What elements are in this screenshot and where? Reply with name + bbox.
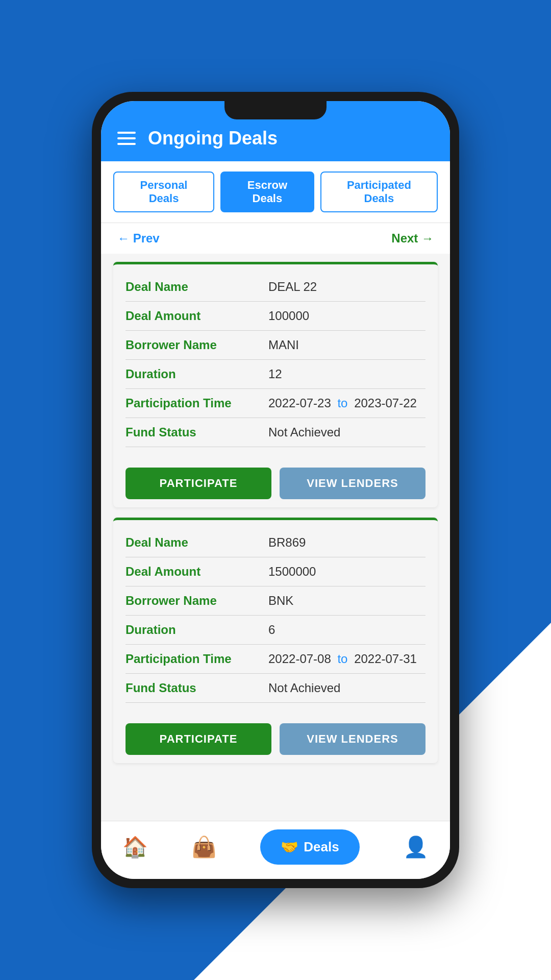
nav-home[interactable]: 🏠 bbox=[122, 835, 148, 859]
deal-card: Deal Name DEAL 22 Deal Amount 100000 Bor… bbox=[113, 262, 438, 507]
participation-start: 2022-07-08 bbox=[268, 652, 331, 666]
fund-status-value: Not Achieved bbox=[268, 425, 340, 439]
deal-name-label: Deal Name bbox=[126, 280, 268, 294]
participation-time-row: Participation Time 2022-07-08 to 2022-07… bbox=[126, 645, 425, 674]
participation-time-value: 2022-07-23 to 2023-07-22 bbox=[268, 396, 417, 410]
deal-name-label: Deal Name bbox=[126, 535, 268, 550]
fund-status-value: Not Achieved bbox=[268, 681, 340, 695]
deal-amount-value: 100000 bbox=[268, 309, 309, 323]
deal-name-row: Deal Name BR869 bbox=[126, 528, 425, 557]
duration-row: Duration 6 bbox=[126, 616, 425, 645]
view-lenders-button[interactable]: VIEW LENDERS bbox=[280, 723, 425, 755]
home-icon: 🏠 bbox=[122, 835, 148, 859]
participation-end: 2023-07-22 bbox=[354, 396, 417, 410]
borrower-name-label: Borrower Name bbox=[126, 594, 268, 608]
participate-button[interactable]: PARTICIPATE bbox=[126, 468, 271, 499]
deal-amount-row: Deal Amount 1500000 bbox=[126, 557, 425, 586]
page-title: Ongoing Deals bbox=[148, 128, 278, 149]
deal-card: Deal Name BR869 Deal Amount 1500000 Borr… bbox=[113, 518, 438, 763]
borrower-name-value: MANI bbox=[268, 338, 299, 352]
duration-label: Duration bbox=[126, 623, 268, 637]
deal-actions: PARTICIPATE VIEW LENDERS bbox=[113, 713, 438, 763]
borrower-name-label: Borrower Name bbox=[126, 338, 268, 352]
deal-amount-label: Deal Amount bbox=[126, 309, 268, 323]
to-text: to bbox=[337, 652, 347, 666]
borrower-name-value: BNK bbox=[268, 594, 293, 608]
tab-bar: Personal Deals Escrow Deals Participated… bbox=[101, 161, 450, 223]
nav-deals-button[interactable]: 🤝 Deals bbox=[260, 829, 359, 865]
menu-icon[interactable] bbox=[117, 132, 136, 145]
deal-name-row: Deal Name DEAL 22 bbox=[126, 273, 425, 302]
deal-actions: PARTICIPATE VIEW LENDERS bbox=[113, 457, 438, 507]
fund-status-label: Fund Status bbox=[126, 681, 268, 695]
deals-list: Deal Name DEAL 22 Deal Amount 100000 Bor… bbox=[101, 254, 450, 821]
pagination: ← Prev Next → bbox=[101, 223, 450, 254]
participation-time-label: Participation Time bbox=[126, 652, 268, 666]
profile-icon: 👤 bbox=[403, 835, 429, 859]
deal-amount-label: Deal Amount bbox=[126, 565, 268, 579]
participation-time-value: 2022-07-08 to 2022-07-31 bbox=[268, 652, 417, 666]
fund-status-label: Fund Status bbox=[126, 425, 268, 439]
participate-button[interactable]: PARTICIPATE bbox=[126, 723, 271, 755]
next-button[interactable]: Next → bbox=[391, 231, 434, 246]
borrower-name-row: Borrower Name MANI bbox=[126, 331, 425, 360]
deal-amount-value: 1500000 bbox=[268, 565, 316, 579]
deals-icon: 🤝 bbox=[281, 839, 298, 855]
nav-deals-label: Deals bbox=[304, 839, 339, 855]
to-text: to bbox=[337, 396, 347, 410]
duration-value: 12 bbox=[268, 367, 282, 381]
prev-button[interactable]: ← Prev bbox=[117, 231, 160, 246]
deal-name-value: DEAL 22 bbox=[268, 280, 317, 294]
tab-participated-deals[interactable]: Participated Deals bbox=[320, 172, 438, 212]
tab-escrow-deals[interactable]: Escrow Deals bbox=[220, 172, 314, 212]
nav-wallet[interactable]: 👜 bbox=[191, 835, 217, 859]
borrower-name-row: Borrower Name BNK bbox=[126, 586, 425, 616]
participation-time-label: Participation Time bbox=[126, 396, 268, 410]
tab-personal-deals[interactable]: Personal Deals bbox=[113, 172, 214, 212]
view-lenders-button[interactable]: VIEW LENDERS bbox=[280, 468, 425, 499]
participation-start: 2022-07-23 bbox=[268, 396, 331, 410]
duration-label: Duration bbox=[126, 367, 268, 381]
duration-value: 6 bbox=[268, 623, 275, 637]
fund-status-row: Fund Status Not Achieved bbox=[126, 418, 425, 447]
fund-status-row: Fund Status Not Achieved bbox=[126, 674, 425, 703]
deal-name-value: BR869 bbox=[268, 535, 306, 550]
wallet-icon: 👜 bbox=[191, 835, 217, 859]
nav-profile[interactable]: 👤 bbox=[403, 835, 429, 859]
duration-row: Duration 12 bbox=[126, 360, 425, 389]
participation-end: 2022-07-31 bbox=[354, 652, 417, 666]
deal-amount-row: Deal Amount 100000 bbox=[126, 302, 425, 331]
bottom-nav: 🏠 👜 🤝 Deals 👤 bbox=[101, 821, 450, 879]
participation-time-row: Participation Time 2022-07-23 to 2023-07… bbox=[126, 389, 425, 418]
